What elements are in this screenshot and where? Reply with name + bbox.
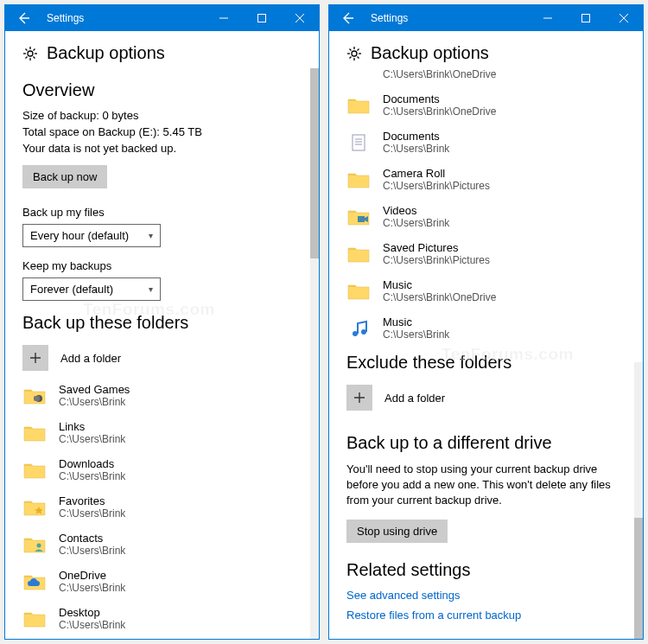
back-button[interactable] bbox=[5, 5, 43, 31]
videos-icon bbox=[346, 205, 371, 229]
backup-now-button[interactable]: Back up now bbox=[22, 165, 107, 188]
folder-name: Links bbox=[59, 420, 125, 433]
add-folder-label: Add a folder bbox=[60, 352, 121, 365]
folder-path: C:\Users\Brink bbox=[59, 582, 125, 594]
folder-icon bbox=[346, 168, 371, 192]
exclude-folders-heading: Exclude these folders bbox=[346, 353, 626, 373]
maximize-icon bbox=[581, 14, 590, 22]
back-button[interactable] bbox=[329, 5, 367, 31]
svg-rect-20 bbox=[358, 216, 365, 222]
svg-point-13 bbox=[37, 543, 41, 547]
minimize-button[interactable] bbox=[205, 5, 243, 31]
folder-item[interactable]: Saved Games C:\Users\Brink bbox=[22, 383, 302, 408]
plus-icon bbox=[346, 385, 372, 411]
folder-name: Contacts bbox=[59, 532, 125, 545]
folder-icon bbox=[346, 242, 371, 266]
page-header: Backup options bbox=[5, 31, 319, 68]
svg-rect-15 bbox=[582, 15, 590, 22]
different-drive-heading: Back up to a different drive bbox=[346, 433, 626, 453]
folder-item[interactable]: Documents C:\Users\Brink bbox=[346, 130, 626, 155]
folder-item[interactable]: OneDrive C:\Users\Brink bbox=[22, 569, 302, 594]
restore-files-link[interactable]: Restore files from a current backup bbox=[346, 609, 626, 622]
svg-rect-16 bbox=[353, 135, 365, 150]
folder-icon bbox=[22, 607, 47, 631]
different-drive-text: You'll need to stop using your current b… bbox=[346, 462, 626, 509]
folder-name: Documents bbox=[383, 130, 449, 143]
folder-item[interactable]: C:\Users\Brink\OneDrive bbox=[346, 68, 626, 80]
dropdown-value: Every hour (default) bbox=[30, 229, 129, 242]
back-arrow-icon bbox=[17, 11, 31, 25]
add-exclude-folder-button[interactable]: Add a folder bbox=[346, 385, 626, 411]
folder-item[interactable]: Downloads C:\Users\Brink bbox=[22, 457, 302, 482]
folder-item[interactable]: Videos C:\Users\Brink bbox=[346, 204, 626, 229]
settings-window-left: Settings Backup options Overview Size of… bbox=[4, 4, 320, 640]
folder-path: C:\Users\Brink bbox=[59, 545, 125, 557]
folder-item[interactable]: Music C:\Users\Brink bbox=[346, 316, 626, 341]
minimize-button[interactable] bbox=[529, 5, 567, 31]
keep-backups-dropdown[interactable]: Forever (default) ▾ bbox=[22, 277, 161, 301]
folder-name: Downloads bbox=[59, 457, 125, 470]
folder-name: Music bbox=[383, 316, 449, 328]
settings-window-right: Settings Backup options C:\Users\Brink\O… bbox=[328, 4, 644, 640]
window-title: Settings bbox=[43, 12, 205, 24]
folder-item[interactable]: Contacts C:\Users\Brink bbox=[22, 532, 302, 557]
maximize-button[interactable] bbox=[243, 5, 281, 31]
folder-item[interactable]: Camera Roll C:\Users\Brink\Pictures bbox=[346, 167, 626, 192]
minimize-icon bbox=[543, 14, 552, 22]
folder-path: C:\Users\Brink bbox=[59, 396, 130, 408]
folder-name: Music bbox=[383, 278, 496, 291]
backup-frequency-label: Back up my files bbox=[22, 206, 302, 219]
titlebar: Settings bbox=[5, 5, 319, 31]
folder-path: C:\Users\Brink\OneDrive bbox=[383, 105, 496, 118]
documents-icon bbox=[346, 131, 371, 155]
folder-path: C:\Users\Brink\Pictures bbox=[383, 254, 490, 266]
folder-name: Favorites bbox=[59, 494, 125, 507]
overview-heading: Overview bbox=[22, 80, 302, 100]
window-title: Settings bbox=[367, 12, 529, 24]
backup-folders-heading: Back up these folders bbox=[22, 313, 302, 333]
gear-icon bbox=[346, 46, 362, 61]
folder-item[interactable]: Favorites C:\Users\Brink bbox=[22, 494, 302, 520]
folder-name: Saved Games bbox=[59, 383, 130, 396]
folder-path: C:\Users\Brink\OneDrive bbox=[383, 291, 496, 303]
close-button[interactable] bbox=[281, 5, 319, 31]
close-button[interactable] bbox=[605, 5, 643, 31]
folder-item[interactable]: Documents C:\Users\Brink\OneDrive bbox=[346, 92, 626, 118]
folder-icon bbox=[22, 458, 47, 482]
dropdown-value: Forever (default) bbox=[30, 283, 113, 296]
scrollbar-thumb[interactable] bbox=[310, 68, 319, 258]
back-arrow-icon bbox=[341, 11, 355, 25]
folder-item[interactable]: Music C:\Users\Brink\OneDrive bbox=[346, 278, 626, 303]
stop-using-drive-button[interactable]: Stop using drive bbox=[346, 520, 448, 543]
maximize-button[interactable] bbox=[567, 5, 605, 31]
advanced-settings-link[interactable]: See advanced settings bbox=[346, 589, 626, 602]
backup-status: Your data is not yet backed up. bbox=[22, 142, 302, 155]
window-controls bbox=[205, 5, 319, 31]
related-settings-heading: Related settings bbox=[346, 560, 626, 580]
scrollbar-thumb[interactable] bbox=[634, 518, 643, 639]
svg-rect-10 bbox=[258, 15, 266, 22]
folder-name: Videos bbox=[383, 204, 449, 217]
page-header: Backup options bbox=[329, 31, 643, 68]
backup-frequency-dropdown[interactable]: Every hour (default) ▾ bbox=[22, 224, 161, 247]
add-folder-button[interactable]: Add a folder bbox=[22, 345, 302, 371]
saved-games-icon bbox=[22, 384, 47, 408]
close-icon bbox=[619, 14, 628, 22]
chevron-down-icon: ▾ bbox=[149, 231, 153, 240]
plus-icon bbox=[22, 345, 48, 371]
page-title: Backup options bbox=[371, 43, 489, 63]
keep-backups-label: Keep my backups bbox=[22, 259, 302, 272]
folder-name: Saved Pictures bbox=[383, 241, 490, 254]
folder-item[interactable]: Links C:\Users\Brink bbox=[22, 420, 302, 445]
add-folder-label: Add a folder bbox=[384, 392, 445, 405]
content-area: Overview Size of backup: 0 bytes Total s… bbox=[5, 68, 319, 639]
folder-name: Desktop bbox=[59, 606, 125, 619]
folder-item[interactable]: Saved Pictures C:\Users\Brink\Pictures bbox=[346, 241, 626, 266]
folder-path: C:\Users\Brink bbox=[383, 217, 449, 229]
folder-name: Camera Roll bbox=[383, 167, 490, 180]
folder-icon bbox=[346, 69, 371, 80]
folder-item[interactable]: Desktop C:\Users\Brink bbox=[22, 606, 302, 631]
page-title: Backup options bbox=[47, 43, 165, 63]
onedrive-icon bbox=[22, 570, 47, 594]
folder-icon bbox=[346, 279, 371, 303]
